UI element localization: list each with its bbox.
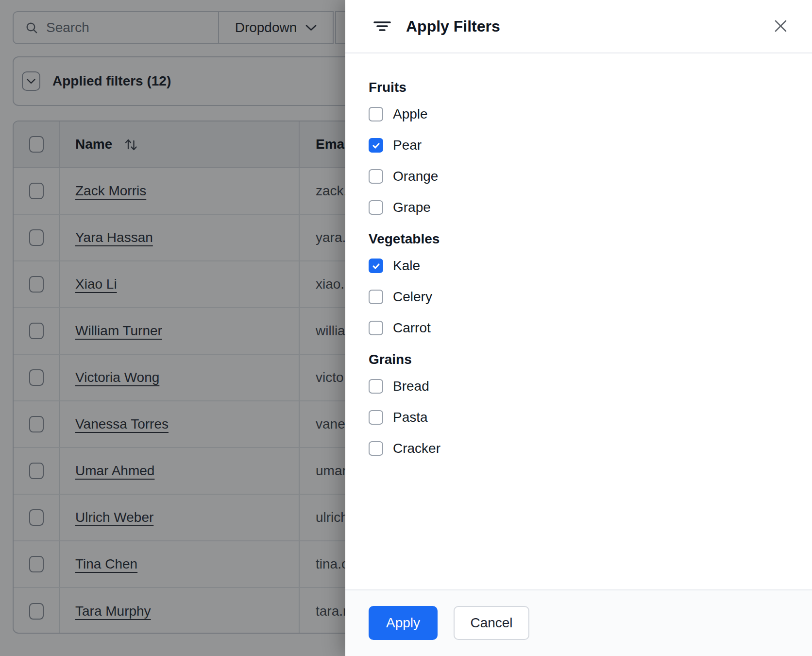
close-button[interactable] [769,15,792,37]
filter-option-label: Grape [393,200,431,215]
filter-option[interactable]: Grape [369,200,789,215]
filter-checkbox[interactable] [369,441,383,456]
filter-section-heading: Grains [369,352,789,367]
filter-option-label: Pasta [393,410,428,425]
filter-checkbox[interactable] [369,107,383,121]
filter-option[interactable]: Carrot [369,321,789,335]
filter-checkbox[interactable] [369,410,383,425]
filter-section: Grains Bread Pasta Cracker [369,352,789,456]
panel-footer: Apply Cancel [345,589,812,656]
filter-option[interactable]: Pasta [369,410,789,425]
filter-option-label: Apple [393,106,428,122]
filter-option-label: Carrot [393,320,431,336]
filter-sections: Fruits Apple Pear Orange [345,53,812,456]
panel-title: Apply Filters [406,17,500,35]
filter-option[interactable]: Pear [369,138,789,153]
filter-checkbox[interactable] [369,290,383,304]
check-icon [372,141,381,150]
filter-checkbox[interactable] [369,138,383,153]
filter-options: Bread Pasta Cracker [369,379,789,456]
apply-filters-panel: Apply Filters Fruits Apple Pear [345,0,812,656]
app-root: Dropdown Applied filters (12) N [0,0,812,656]
check-icon [372,261,381,271]
filter-section: Vegetables Kale Celery Carrot [369,231,789,335]
apply-button[interactable]: Apply [369,606,438,640]
filter-option[interactable]: Cracker [369,441,789,456]
filter-option-label: Cracker [393,441,440,456]
filter-checkbox[interactable] [369,169,383,184]
filter-option[interactable]: Kale [369,259,789,273]
filter-section-heading: Vegetables [369,231,789,247]
filter-option[interactable]: Celery [369,290,789,304]
filter-checkbox[interactable] [369,200,383,215]
filter-option[interactable]: Orange [369,169,789,184]
filter-option-label: Kale [393,258,420,274]
filter-options: Apple Pear Orange Grape [369,107,789,215]
filter-section: Fruits Apple Pear Orange [369,80,789,215]
close-icon [774,19,787,33]
filter-option-label: Pear [393,138,422,153]
filter-option-label: Celery [393,289,432,305]
filter-section-heading: Fruits [369,80,789,95]
filter-option-label: Orange [393,169,438,184]
filter-checkbox[interactable] [369,379,383,394]
filter-option[interactable]: Bread [369,379,789,394]
filter-options: Kale Celery Carrot [369,259,789,335]
cancel-button[interactable]: Cancel [454,606,529,640]
filter-option[interactable]: Apple [369,107,789,121]
filter-checkbox[interactable] [369,259,383,273]
panel-header: Apply Filters [345,0,812,53]
filter-checkbox[interactable] [369,321,383,335]
filter-option-label: Bread [393,379,429,394]
filter-lines-icon [373,17,391,35]
